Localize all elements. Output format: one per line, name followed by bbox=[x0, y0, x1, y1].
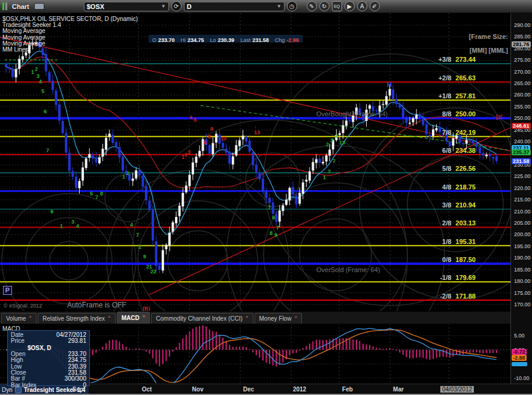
autoframe-label: AutoFrame is OFF bbox=[67, 301, 126, 309]
signal-marker: 8 bbox=[100, 191, 103, 197]
tab-close-icon[interactable]: × bbox=[29, 314, 32, 319]
tab-close-icon[interactable]: × bbox=[246, 314, 249, 319]
tab-relative-strength-index[interactable]: Relative Strength Index× bbox=[38, 313, 116, 324]
signal-marker: 1 bbox=[323, 174, 326, 180]
signal-marker: 1 bbox=[31, 69, 34, 75]
play-icon[interactable]: ▶ bbox=[344, 1, 355, 11]
time-axis-label-04-03-2012: 04/03/2012 bbox=[440, 386, 474, 393]
time-axis-label-oct: Oct bbox=[142, 386, 152, 393]
chevron-down-icon[interactable]: ▼ bbox=[161, 4, 166, 9]
signal-marker: 4 bbox=[39, 79, 42, 85]
signal-marker: 9 bbox=[143, 254, 146, 260]
signal-marker: 5 bbox=[41, 88, 44, 94]
price-axis-label: 270.00 bbox=[514, 69, 531, 75]
window-title: Chart bbox=[12, 3, 29, 10]
tab-volume[interactable]: Volume× bbox=[1, 313, 37, 324]
signal-marker: 5 bbox=[90, 191, 93, 197]
signal-marker: 4 bbox=[130, 222, 133, 228]
murrey-level-label: +3/8273.44 bbox=[439, 56, 476, 63]
price-badge: 246.61 bbox=[512, 123, 531, 129]
price-axis-label: 170.00 bbox=[514, 301, 531, 307]
chevron-down-icon[interactable]: ▼ bbox=[277, 4, 282, 9]
price-axis-label: 255.00 bbox=[514, 104, 531, 110]
quote-field-label: Hi bbox=[181, 37, 186, 43]
tab-close-icon[interactable]: × bbox=[143, 313, 146, 319]
mmi-mml-label: [MMI] [MML] bbox=[470, 47, 508, 54]
quote-board-icon[interactable]: EQ bbox=[332, 1, 342, 11]
chart-window: Chart $OSX ▼ ⟳ D ▼ ◷ ✎ ↻ EQ ▶ A ✐ $OSX,P… bbox=[0, 0, 532, 395]
quote-field-value: -2.96 bbox=[286, 37, 299, 43]
tab-money-flow[interactable]: Money Flow× bbox=[255, 313, 303, 324]
chart-canvas[interactable]: $OSX,PHLX OIL SERVICE SECTOR, D (Dynamic… bbox=[0, 13, 510, 312]
signal-marker: ↓ bbox=[254, 123, 257, 129]
price-axis-label: 205.00 bbox=[514, 220, 531, 226]
tab-close-icon[interactable]: × bbox=[294, 314, 297, 319]
eraser-icon[interactable]: ✐ bbox=[370, 1, 380, 11]
price-axis-label: 185.00 bbox=[514, 267, 531, 273]
murrey-level-label: -2/8171.88 bbox=[440, 293, 476, 300]
signal-marker: 10 bbox=[220, 135, 226, 141]
murrey-level-label: 2/8203.13 bbox=[442, 219, 476, 227]
quote-field-label: O bbox=[152, 37, 156, 43]
macd-panel[interactable]: MACD Date04/27/2012Price293.81$OSX, DOpe… bbox=[0, 324, 510, 384]
signal-marker: 4 bbox=[189, 114, 192, 120]
data-window: Date04/27/2012Price293.81$OSX, DOpen233.… bbox=[7, 330, 90, 386]
price-axis-label: 290.00 bbox=[514, 22, 531, 28]
signal-marker: 2 bbox=[35, 66, 38, 72]
murrey-level-label: 8/8250.00 bbox=[442, 110, 476, 117]
symbol-lookup-icon[interactable]: ⟳ bbox=[171, 1, 182, 11]
murrey-level-label: -1/8179.69 bbox=[440, 274, 476, 281]
quote-field-label: Lo bbox=[210, 37, 216, 43]
symbol-value: $OSX bbox=[87, 3, 104, 10]
price-axis-label: 240.00 bbox=[514, 138, 531, 144]
tab-close-icon[interactable]: × bbox=[108, 314, 111, 319]
signal-marker: 7 bbox=[268, 204, 271, 210]
time-interval-icon[interactable]: ◷ bbox=[287, 1, 297, 11]
frame-size-label: [Frame Size: bbox=[469, 33, 508, 40]
signal-marker: 9 bbox=[50, 209, 53, 215]
signal-marker: 2 bbox=[326, 141, 329, 147]
auto-icon[interactable]: A bbox=[357, 1, 367, 11]
macd-badge: -0.72 bbox=[512, 349, 527, 355]
interval-combo[interactable]: D ▼ bbox=[184, 2, 285, 11]
copyright-label: © eSignal, 2012 bbox=[4, 303, 42, 309]
tab-label: Relative Strength Index bbox=[43, 315, 105, 322]
draw-pencil-icon[interactable]: ✎ bbox=[307, 1, 317, 11]
signal-marker: 5 bbox=[194, 117, 197, 123]
toolbar: Chart $OSX ▼ ⟳ D ▼ ◷ ✎ ↻ EQ ▶ A ✐ bbox=[0, 0, 532, 13]
tab-label: Money Flow bbox=[259, 315, 292, 322]
signal-marker: 9 bbox=[274, 232, 277, 238]
p-button[interactable]: P bbox=[3, 286, 12, 295]
signal-marker: · bbox=[251, 151, 253, 157]
price-axis-label: 265.00 bbox=[514, 80, 531, 86]
data-window-row: Bar Index0 bbox=[11, 382, 86, 388]
tab-label: Volume bbox=[6, 315, 26, 322]
signal-marker: 6 bbox=[204, 140, 207, 146]
time-axis-label-dec: Dec bbox=[243, 386, 254, 393]
price-axis-label: 225.00 bbox=[514, 173, 531, 179]
refresh-icon[interactable]: ↻ bbox=[319, 1, 330, 11]
quote-field-value: 230.39 bbox=[218, 37, 235, 43]
overbought-label: OverBought (Frame: 64) bbox=[316, 110, 388, 117]
tab-label: MACD bbox=[122, 315, 140, 321]
price-axis-label: 215.00 bbox=[514, 197, 531, 203]
signal-marker: 7 bbox=[136, 232, 139, 238]
price-badge: 235.37 bbox=[512, 149, 531, 155]
tab-macd[interactable]: MACD× bbox=[117, 312, 150, 324]
signal-marker: 3 bbox=[330, 137, 333, 143]
signal-marker: 2 bbox=[138, 244, 141, 250]
quote-field-label: Last bbox=[240, 37, 250, 43]
signal-marker: 2 bbox=[126, 170, 129, 176]
signal-marker: 7 bbox=[46, 147, 49, 153]
indicator-tab-bar: Volume×Relative Strength Index×MACD×Comm… bbox=[0, 311, 510, 324]
chart-header-line: MM Lines bbox=[2, 46, 28, 53]
signal-marker: · bbox=[234, 145, 236, 151]
symbol-combo[interactable]: $OSX ▼ bbox=[84, 2, 169, 11]
tab-commodity-channel-index-cci-[interactable]: Commodity Channel Index (CCI)× bbox=[151, 313, 253, 324]
price-axis[interactable]: 290.00285.00280.00275.00270.00265.00260.… bbox=[510, 13, 532, 384]
signal-marker: 9 bbox=[210, 126, 213, 132]
price-axis-label: 260.00 bbox=[514, 92, 531, 98]
gray-bar-icon bbox=[5, 2, 7, 10]
chart-type-badge bbox=[34, 3, 44, 10]
signal-marker: 2 bbox=[328, 168, 331, 174]
